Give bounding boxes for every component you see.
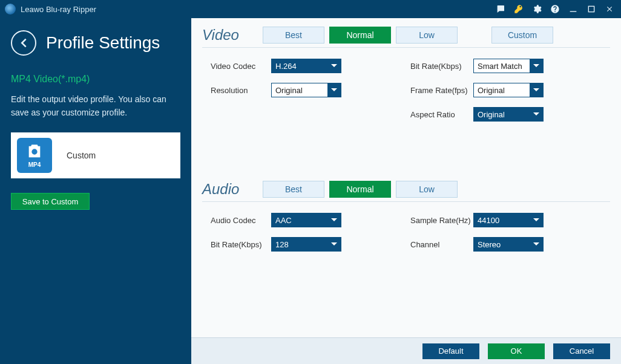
video-bitrate-select[interactable]: Smart Match [473, 59, 544, 73]
key-icon[interactable] [511, 1, 527, 17]
mp4-file-icon: MP4 [17, 138, 52, 173]
video-preset-custom[interactable]: Custom [491, 27, 553, 44]
samplerate-label: Sample Rate(Hz) [410, 216, 473, 225]
framerate-label: Frame Rate(fps) [410, 86, 473, 95]
chevron-down-icon [327, 59, 341, 73]
framerate-select[interactable]: Original [473, 83, 544, 97]
audio-section-header: Audio Best Normal Low [202, 181, 610, 202]
default-button[interactable]: Default [422, 343, 479, 359]
aspect-ratio-label: Aspect Ratio [410, 110, 473, 119]
profile-card-custom[interactable]: MP4 Custom [11, 132, 180, 178]
audio-preset-best[interactable]: Best [263, 181, 324, 198]
channel-value: Stereo [474, 240, 530, 249]
samplerate-select[interactable]: 44100 [473, 213, 544, 227]
video-bitrate-label: Bit Rate(Kbps) [410, 62, 473, 71]
framerate-value: Original [474, 86, 530, 95]
video-preset-low[interactable]: Low [396, 27, 458, 44]
chevron-down-icon [530, 59, 543, 73]
audio-codec-label: Audio Codec [211, 216, 271, 225]
audio-codec-select[interactable]: AAC [271, 213, 341, 227]
app-logo-icon [5, 4, 16, 15]
audio-bitrate-value: 128 [272, 240, 327, 249]
video-preset-best[interactable]: Best [263, 27, 324, 44]
audio-preset-low[interactable]: Low [396, 181, 458, 198]
save-to-custom-button[interactable]: Save to Custom [11, 193, 90, 210]
svg-rect-1 [588, 6, 594, 11]
cancel-button[interactable]: Cancel [553, 343, 610, 359]
profile-card-label: Custom [67, 151, 96, 160]
svg-rect-0 [570, 11, 577, 11]
app-title: Leawo Blu-ray Ripper [21, 5, 96, 14]
chevron-down-icon [530, 108, 543, 121]
profile-name: MP4 Video(*.mp4) [11, 74, 180, 85]
resolution-label: Resolution [211, 86, 271, 95]
resolution-value: Original [272, 86, 327, 95]
chevron-down-icon [327, 213, 341, 227]
samplerate-value: 44100 [474, 216, 530, 225]
audio-bitrate-select[interactable]: 128 [271, 237, 341, 252]
chevron-down-icon [530, 238, 543, 251]
video-codec-select[interactable]: H.264 [271, 59, 341, 73]
chevron-down-icon [530, 213, 543, 227]
close-button[interactable] [602, 1, 617, 17]
audio-title: Audio [202, 181, 260, 198]
chevron-down-icon [530, 83, 543, 97]
maximize-button[interactable] [583, 1, 599, 17]
channel-label: Channel [410, 240, 473, 249]
gear-icon[interactable] [529, 1, 545, 17]
help-icon[interactable] [547, 1, 563, 17]
footer-bar: Default OK Cancel [191, 337, 621, 364]
video-section-header: Video Best Normal Low Custom [202, 27, 610, 48]
titlebar: Leawo Blu-ray Ripper [0, 0, 621, 18]
audio-codec-value: AAC [272, 216, 327, 225]
video-bitrate-value: Smart Match [474, 62, 530, 71]
content-area: Video Best Normal Low Custom Video Codec… [191, 18, 621, 364]
aspect-ratio-select[interactable]: Original [473, 107, 544, 122]
video-codec-label: Video Codec [211, 62, 271, 71]
profile-description: Edit the output video profile. You also … [11, 93, 180, 119]
ok-button[interactable]: OK [488, 343, 545, 359]
channel-select[interactable]: Stereo [473, 237, 544, 252]
back-button[interactable] [11, 30, 36, 56]
resolution-select[interactable]: Original [271, 83, 341, 97]
chevron-down-icon [327, 83, 341, 97]
video-preset-normal[interactable]: Normal [329, 27, 391, 44]
video-title: Video [202, 27, 260, 44]
profile-card-ext: MP4 [28, 161, 41, 168]
audio-bitrate-label: Bit Rate(Kbps) [211, 240, 271, 249]
minimize-button[interactable] [565, 1, 581, 17]
video-codec-value: H.264 [272, 62, 327, 71]
sidebar: Profile Settings MP4 Video(*.mp4) Edit t… [0, 18, 191, 364]
audio-preset-normal[interactable]: Normal [329, 181, 391, 198]
speech-bubble-icon[interactable] [493, 1, 508, 17]
chevron-down-icon [327, 238, 341, 251]
aspect-ratio-value: Original [474, 110, 530, 119]
page-title: Profile Settings [46, 33, 160, 53]
